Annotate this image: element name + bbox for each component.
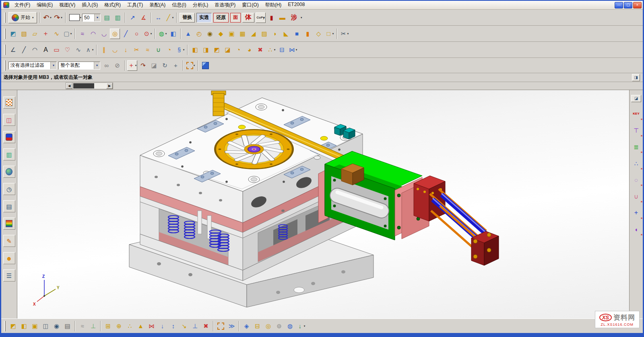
resource-toggle-button[interactable]: ◪ [631, 95, 641, 102]
unite-icon[interactable]: ◍▾ [157, 29, 167, 39]
toolbar-grip[interactable] [4, 45, 6, 55]
trim-body-icon[interactable]: ✂▾ [339, 29, 349, 39]
line-icon[interactable]: ╱ [121, 29, 131, 39]
selection-filter-arrow[interactable]: ▼ [50, 62, 56, 69]
sphere-group-icon-close[interactable]: × [641, 167, 643, 171]
key-icon[interactable]: KEY× [631, 109, 642, 119]
point-icon[interactable]: ⊙▾ [142, 29, 153, 39]
studio-spline-icon[interactable]: ≈ [77, 29, 87, 39]
patch-body-icon[interactable]: ▬ [277, 12, 287, 23]
circle-icon[interactable]: ○ [132, 29, 142, 39]
body-button[interactable]: 体 [242, 13, 254, 23]
assembly-constraints-icon[interactable]: ⊥ [190, 321, 200, 331]
show-dof-icon[interactable]: ✖ [201, 321, 211, 331]
toolbar-grip[interactable] [4, 29, 6, 39]
translucent-button[interactable]: 实透 [196, 13, 212, 23]
section-curve-icon[interactable]: ≈ [142, 45, 153, 55]
selection-filter-combo[interactable]: 没有选择过滤器 ▼ [8, 62, 57, 70]
viewport-canvas[interactable]: Z Y X [17, 90, 629, 319]
intersect-icon[interactable]: ◧ [168, 29, 178, 39]
offset-curve-icon[interactable]: ∥ [99, 45, 109, 55]
pan-icon[interactable]: + [171, 60, 181, 71]
hole-icon[interactable]: ◉ [205, 29, 215, 39]
menu-item-assemblies[interactable]: 装配(A) [146, 1, 169, 9]
find-component-icon[interactable]: ◩ [8, 321, 18, 331]
start-button[interactable]: 开始 ▾ [8, 12, 37, 23]
polygon-icon[interactable]: ∧▾ [84, 45, 94, 55]
scroll-right-arrow[interactable]: ▶ [106, 83, 113, 89]
replace-button[interactable]: 替换 [180, 13, 195, 23]
sphere-group-icon[interactable]: ∴× [631, 158, 642, 168]
shell-icon[interactable]: ▨ [259, 29, 269, 39]
point-icon-caret[interactable]: ▾ [151, 32, 152, 35]
close-button[interactable]: × [633, 2, 642, 8]
join-curve-icon[interactable]: ∪ [153, 45, 163, 55]
constraint-navigator-icon[interactable]: ◫ [3, 114, 15, 126]
cue-dock-button[interactable]: ◨ [632, 74, 640, 81]
system-materials-icon[interactable]: ▤ [3, 200, 15, 212]
block-icon[interactable]: □▾ [324, 29, 334, 39]
restore-button[interactable]: ▢ [624, 2, 632, 8]
polygon-icon-caret[interactable]: ▾ [92, 48, 94, 51]
component-preview-icon[interactable]: ◉ [52, 321, 62, 331]
first-aid-icon[interactable]: +× [631, 208, 642, 218]
scroll-track[interactable] [95, 83, 106, 88]
menu-item-window[interactable]: 窗口(O) [239, 1, 262, 9]
display-color-swatch[interactable] [69, 14, 80, 21]
classify-icon[interactable]: ▤ [62, 321, 72, 331]
part-shape-icon-close[interactable]: × [641, 233, 643, 236]
block-icon-caret[interactable]: ▾ [332, 32, 334, 35]
locating-ring[interactable] [214, 129, 294, 169]
extrude-icon[interactable]: ▲ [183, 29, 193, 39]
mirror-assembly-icon[interactable]: ⋈ [147, 321, 157, 331]
undo-icon[interactable]: ↶▾ [42, 12, 52, 23]
sketch-icon[interactable]: ◩ [8, 29, 18, 39]
palette-icon[interactable] [3, 218, 15, 230]
start-caret[interactable]: ▾ [32, 16, 34, 19]
graphics-viewport[interactable]: Z Y X [17, 90, 629, 319]
capsule-stack-icon[interactable]: ≣× [631, 142, 642, 152]
arc-curve-icon[interactable]: ◠ [88, 29, 98, 39]
conic-curve-icon[interactable]: ◡ [99, 29, 109, 39]
menu-item-view[interactable]: 视图(V) [56, 1, 78, 9]
sample-tube-icon[interactable]: ∪× [631, 191, 642, 201]
line-icon[interactable]: ╱ [19, 45, 29, 55]
rotate-view-icon[interactable]: ↷ [138, 60, 148, 71]
arc-icon[interactable]: ◠ [30, 45, 40, 55]
bridge-curve-icon[interactable]: ◡ [110, 45, 120, 55]
sew-body-icon[interactable]: ▮ [266, 12, 277, 23]
pad-icon[interactable]: ▦ [237, 29, 248, 39]
interference-caret[interactable]: ▾ [301, 16, 302, 19]
part-shape-icon[interactable]: ◖× [631, 224, 642, 234]
web-browser-icon[interactable] [3, 166, 15, 178]
add-component-icon[interactable]: ⊞ [103, 321, 113, 331]
cylinder-icon[interactable]: ▮ [303, 29, 313, 39]
project-curve-icon[interactable]: ↓ [121, 45, 131, 55]
redo-icon[interactable]: ↷▾ [53, 12, 63, 23]
art-spline-icon[interactable]: ♡ [62, 45, 72, 55]
copy-face-caret[interactable]: ▾ [263, 16, 265, 19]
undo-icon-caret[interactable]: ▾ [50, 16, 52, 19]
minimize-button[interactable]: — [615, 2, 623, 8]
helix-icon[interactable]: §▾ [175, 45, 185, 55]
menu-item-help[interactable]: 帮助(H) [262, 1, 285, 9]
wave-ring-icon[interactable]: ◎ [110, 29, 120, 39]
wrap-curve-icon[interactable]: ◔ [164, 45, 174, 55]
first-aid-icon-close[interactable]: × [641, 216, 643, 220]
reuse-library-icon[interactable]: ▥ [3, 148, 15, 160]
menu-item-information[interactable]: 信息(I) [169, 1, 189, 9]
rectangle-icon[interactable]: ▭ [52, 45, 62, 55]
rect-select-icon[interactable]: ▾ [186, 60, 196, 71]
mirror-face-icon[interactable]: ⋈▾ [288, 45, 298, 55]
scroll-thumb[interactable] [73, 83, 94, 88]
layer-stack-icon[interactable]: ▤ [102, 12, 112, 23]
key-icon-close[interactable]: × [641, 117, 643, 121]
boss-icon[interactable]: ◆ [216, 29, 226, 39]
work-view-cube-icon[interactable] [200, 60, 211, 71]
selection-scope-combo[interactable]: 整个装配 ▼ [58, 62, 100, 70]
clearance-icon[interactable]: ⊟ [252, 321, 262, 331]
interference-icon[interactable]: ◈ [242, 321, 252, 331]
menu-item-format[interactable]: 格式(R) [101, 1, 124, 9]
roles-icon[interactable]: ☻ [3, 252, 15, 264]
replace-face-icon[interactable]: ◪ [223, 45, 233, 55]
